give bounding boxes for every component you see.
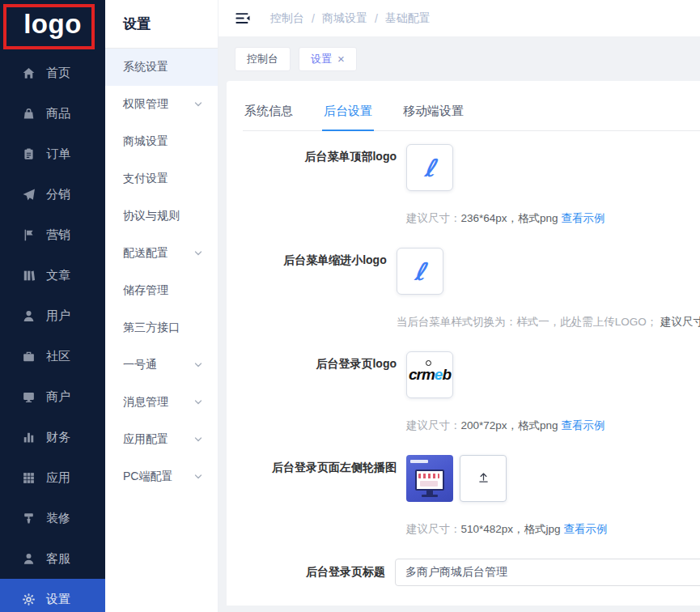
menu-top-logo-upload[interactable]: ℓ: [406, 144, 453, 191]
submenu-item-system-settings[interactable]: 系统设置: [105, 49, 218, 86]
view-example-link[interactable]: 查看示例: [562, 419, 605, 431]
storefront-icon: [22, 390, 36, 404]
sidebar-item-finance[interactable]: 财务: [0, 417, 105, 457]
submenu-item-label: 系统设置: [123, 60, 168, 74]
bar-chart-icon: [22, 431, 36, 444]
backend-settings-form: 后台菜单顶部logo ℓ 建议尺寸：236*64px，格式png查看示例 后台菜…: [243, 131, 700, 586]
menu-small-logo-upload[interactable]: ℓ: [397, 248, 443, 295]
sidebar-item-label: 文章: [46, 268, 70, 283]
chevron-down-icon: [193, 360, 203, 370]
form-row-login-carousel: 后台登录页面左侧轮播图 建议尺寸：51: [243, 455, 700, 537]
sidebar-item-article[interactable]: 文章: [0, 255, 105, 295]
hint-text: 建议尺寸：: [406, 212, 461, 224]
sidebar-item-label: 财务: [46, 430, 70, 445]
hint-size: 510*482px，格式jpg: [461, 523, 561, 535]
close-icon[interactable]: ×: [337, 53, 345, 65]
submenu-item-label: 商城设置: [123, 134, 168, 149]
submenu-item-agreements[interactable]: 协议与规则: [105, 198, 218, 235]
hint-size: 建议尺寸: [657, 316, 700, 328]
field-label: 后台菜单缩进小logo: [243, 248, 387, 329]
tag-settings[interactable]: 设置 ×: [299, 47, 357, 71]
field-hint: 建议尺寸：200*72px，格式png查看示例: [406, 419, 700, 433]
sidebar-item-home[interactable]: 首页: [0, 53, 105, 93]
chevron-down-icon: [193, 435, 203, 444]
chevron-down-icon: [193, 100, 203, 109]
chevron-down-icon: [193, 472, 203, 482]
submenu-item-yihaotong[interactable]: 一号通: [105, 346, 218, 384]
sidebar-item-label: 客服: [46, 551, 70, 567]
breadcrumb-item-console[interactable]: 控制台: [270, 11, 304, 26]
sidebar-item-apps[interactable]: 应用: [0, 457, 105, 498]
submenu-item-label: 协议与规则: [123, 209, 180, 223]
view-example-link[interactable]: 查看示例: [562, 212, 605, 224]
field-label: 后台登录页logo: [243, 351, 397, 433]
sidebar-item-label: 营销: [46, 227, 70, 243]
tag-label: 控制台: [247, 52, 278, 66]
submenu-title: 设置: [105, 0, 218, 49]
tag-console[interactable]: 控制台: [235, 47, 291, 71]
books-icon: [22, 269, 36, 283]
sidebar-item-label: 社区: [46, 349, 70, 364]
submenu-item-mall-settings[interactable]: 商城设置: [105, 123, 218, 160]
sidebar-item-goods[interactable]: 商品: [0, 93, 105, 134]
submenu-item-label: 第三方接口: [123, 321, 180, 335]
sidebar-item-service[interactable]: 客服: [0, 538, 105, 579]
tag-label: 设置: [311, 52, 332, 66]
briefcase-icon: [22, 350, 36, 363]
sidebar-item-distribution[interactable]: 分销: [0, 174, 105, 215]
submenu-item-payment-settings[interactable]: 支付设置: [105, 160, 218, 198]
tab-system-info[interactable]: 系统信息: [243, 104, 295, 130]
submenu-item-permissions[interactable]: 权限管理: [105, 86, 218, 123]
settings-submenu: 设置 系统设置 权限管理 商城设置 支付设置 协议与规则 配送配置 储存管理 第…: [105, 0, 218, 612]
submenu-item-third-party[interactable]: 第三方接口: [105, 309, 218, 346]
sidebar-item-settings[interactable]: 设置: [0, 579, 105, 612]
carousel-upload-button[interactable]: [460, 455, 507, 502]
form-row-login-logo: 后台登录页logo crmeb 建议尺寸：200*72px，格式png查看示例: [243, 351, 700, 433]
login-logo-upload[interactable]: crmeb: [406, 351, 453, 398]
open-tags-bar: 控制台 设置 ×: [218, 36, 700, 81]
sidebar-item-merchant[interactable]: 商户: [0, 376, 105, 417]
submenu-item-label: 一号通: [123, 358, 157, 372]
settings-tabs: 系统信息 后台设置 移动端设置: [243, 104, 700, 131]
breadcrumb-item-basic-config[interactable]: 基础配置: [385, 11, 431, 26]
tab-mobile-settings[interactable]: 移动端设置: [401, 104, 465, 130]
submenu-item-delivery-config[interactable]: 配送配置: [105, 235, 218, 272]
sidebar-item-label: 分销: [46, 187, 70, 202]
submenu-item-label: 应用配置: [123, 432, 168, 447]
chevron-down-icon: [193, 397, 203, 407]
upload-arrow-icon: [477, 470, 490, 487]
sidebar-item-label: 订单: [46, 147, 70, 162]
submenu-item-label: PC端配置: [123, 470, 172, 484]
submenu-item-app-config[interactable]: 应用配置: [105, 421, 218, 458]
field-hint: 建议尺寸：236*64px，格式png查看示例: [406, 211, 700, 226]
hint-text: 建议尺寸：: [406, 523, 461, 535]
submenu-item-label: 消息管理: [123, 395, 168, 410]
submenu-item-storage[interactable]: 储存管理: [105, 272, 218, 309]
gear-icon: [22, 593, 36, 606]
sidebar-item-label: 用户: [46, 308, 70, 324]
sidebar-item-label: 装修: [46, 511, 70, 526]
app-logo: logo: [23, 11, 82, 42]
sidebar-item-orders[interactable]: 订单: [0, 134, 105, 174]
carousel-image-thumbnail[interactable]: [406, 455, 453, 502]
sidebar-item-community[interactable]: 社区: [0, 336, 105, 376]
menu-fold-icon[interactable]: [235, 11, 251, 25]
sidebar-item-label: 设置: [46, 592, 70, 607]
form-row-menu-top-logo: 后台菜单顶部logo ℓ 建议尺寸：236*64px，格式png查看示例: [243, 144, 700, 226]
hint-size: 236*64px，格式png: [461, 212, 558, 224]
paint-roller-icon: [22, 512, 36, 525]
tab-backend-settings[interactable]: 后台设置: [322, 104, 374, 130]
main-area: 控制台 / 商城设置 / 基础配置 控制台 设置 × 系统信息 后台设置 移动端…: [218, 0, 700, 612]
sidebar-item-user[interactable]: 用户: [0, 295, 105, 336]
submenu-item-pc-config[interactable]: PC端配置: [105, 458, 218, 495]
submenu-item-label: 权限管理: [123, 97, 168, 112]
view-example-link[interactable]: 查看示例: [564, 523, 608, 535]
sidebar-item-label: 商户: [46, 389, 70, 405]
sidebar-item-label: 应用: [46, 470, 70, 486]
submenu-item-messages[interactable]: 消息管理: [105, 384, 218, 421]
login-title-input[interactable]: [395, 559, 700, 586]
orders-icon: [22, 147, 36, 161]
sidebar-item-marketing[interactable]: 营销: [0, 215, 105, 255]
sidebar-item-decorate[interactable]: 装修: [0, 498, 105, 538]
breadcrumb-item-mall-settings[interactable]: 商城设置: [322, 11, 367, 26]
